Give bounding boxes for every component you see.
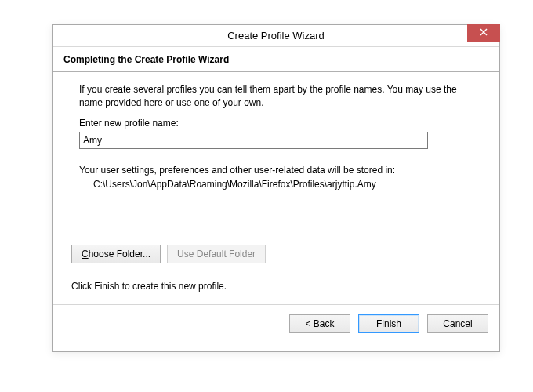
profile-name-input-wrap	[79, 132, 473, 149]
choose-folder-button[interactable]: Choose Folder...	[71, 245, 161, 263]
profile-name-label: Enter new profile name:	[79, 118, 473, 129]
use-default-folder-button: Use Default Folder	[167, 245, 266, 263]
storage-path: C:\Users\Jon\AppData\Roaming\Mozilla\Fir…	[79, 179, 473, 190]
wizard-content: If you create several profiles you can t…	[53, 72, 499, 292]
wizard-subheader: Completing the Create Profile Wizard	[53, 47, 499, 72]
wizard-button-row: < Back Finish Cancel	[53, 305, 499, 333]
wizard-subheader-text: Completing the Create Profile Wizard	[63, 54, 229, 65]
folder-button-row: Choose Folder... Use Default Folder	[71, 245, 473, 263]
cancel-button[interactable]: Cancel	[427, 314, 488, 333]
storage-note: Your user settings, preferences and othe…	[79, 165, 473, 176]
profile-name-input[interactable]	[79, 132, 428, 149]
finish-hint: Click Finish to create this new profile.	[71, 281, 473, 292]
back-button[interactable]: < Back	[289, 314, 350, 333]
create-profile-wizard-window: Create Profile Wizard Completing the Cre…	[52, 24, 500, 352]
window-title: Create Profile Wizard	[227, 30, 325, 42]
close-icon	[480, 27, 488, 38]
titlebar: Create Profile Wizard	[53, 25, 499, 47]
close-button[interactable]	[467, 24, 500, 42]
intro-text: If you create several profiles you can t…	[79, 83, 473, 110]
finish-button[interactable]: Finish	[358, 314, 419, 333]
